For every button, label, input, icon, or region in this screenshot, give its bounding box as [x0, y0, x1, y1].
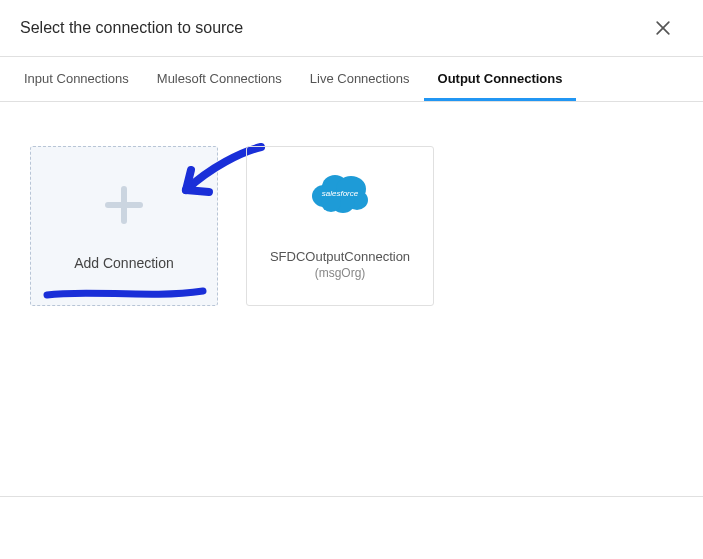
add-connection-label: Add Connection	[74, 255, 174, 271]
add-connection-card[interactable]: Add Connection	[30, 146, 218, 306]
tab-live-connections[interactable]: Live Connections	[296, 57, 424, 101]
tab-mulesoft-connections[interactable]: Mulesoft Connections	[143, 57, 296, 101]
tab-input-connections[interactable]: Input Connections	[10, 57, 143, 101]
tabs-bar: Input Connections Mulesoft Connections L…	[0, 56, 703, 102]
connection-card-sfdc[interactable]: salesforce SFDCOutputConnection (msgOrg)	[246, 146, 434, 306]
select-connection-modal: Select the connection to source Input Co…	[0, 0, 703, 559]
modal-title: Select the connection to source	[20, 19, 243, 37]
underline-annotation-icon	[39, 285, 211, 305]
tab-output-connections[interactable]: Output Connections	[424, 57, 577, 101]
connection-name: SFDCOutputConnection	[270, 248, 410, 266]
svg-text:salesforce: salesforce	[322, 189, 359, 198]
modal-header: Select the connection to source	[0, 0, 703, 56]
plus-icon	[100, 181, 148, 233]
connection-org: (msgOrg)	[315, 266, 366, 280]
cards-area: Add Connection	[0, 102, 703, 350]
close-icon[interactable]	[653, 18, 673, 38]
footer-divider	[0, 496, 703, 497]
salesforce-logo-icon: salesforce	[309, 172, 371, 218]
